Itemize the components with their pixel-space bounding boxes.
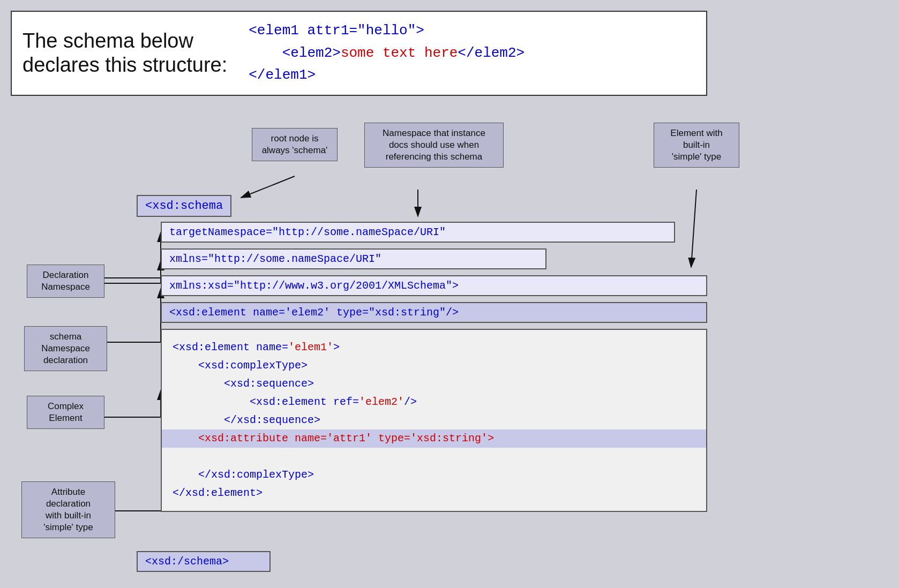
header-box: The schema belowdeclares this structure:…	[11, 11, 707, 96]
code-elem2: <elem2>	[282, 45, 341, 61]
diagram: root node is always 'schema' Namespace t…	[11, 112, 879, 583]
xmlns-xsd-box: xmlns:xsd="http://www.w3.org/2001/XMLSch…	[161, 275, 707, 296]
code-elem1-open: <elem1 attr1="hello">	[249, 22, 424, 39]
svg-line-3	[691, 190, 696, 267]
elem2-simple-box: <xsd:element name='elem2' type="xsd:stri…	[161, 302, 707, 323]
annotation-attribute-decl: Attributedeclarationwith built-in'simple…	[21, 481, 115, 538]
annotation-root-node: root node is always 'schema'	[252, 128, 338, 161]
header-code: <elem1 attr1="hello"> <elem2>some text h…	[249, 20, 525, 87]
code-elem1-close: </elem1>	[249, 67, 316, 83]
main-container: The schema belowdeclares this structure:…	[0, 0, 899, 588]
xsd-schema-tag: <xsd:schema	[137, 195, 231, 217]
schema-block: <xsd:element name='elem1'> <xsd:complexT…	[161, 329, 707, 512]
header-title: The schema belowdeclares this structure:	[23, 29, 227, 78]
target-namespace-box: targetNamespace="http://some.nameSpace/U…	[161, 222, 675, 243]
annotation-declaration-namespace: DeclarationNamespace	[27, 265, 104, 298]
annotation-schema-namespace: schemaNamespacedeclaration	[24, 326, 107, 371]
svg-line-1	[241, 176, 295, 198]
annotation-complex-element: ComplexElement	[27, 396, 104, 429]
annotation-namespace: Namespace that instancedocs should use w…	[364, 123, 504, 168]
annotation-element-simple: Element withbuilt-in'simple' type	[654, 123, 739, 168]
xsd-close-tag: <xsd:/schema>	[137, 551, 271, 572]
xmlns-box: xmlns="http://some.nameSpace/URI"	[161, 248, 546, 269]
